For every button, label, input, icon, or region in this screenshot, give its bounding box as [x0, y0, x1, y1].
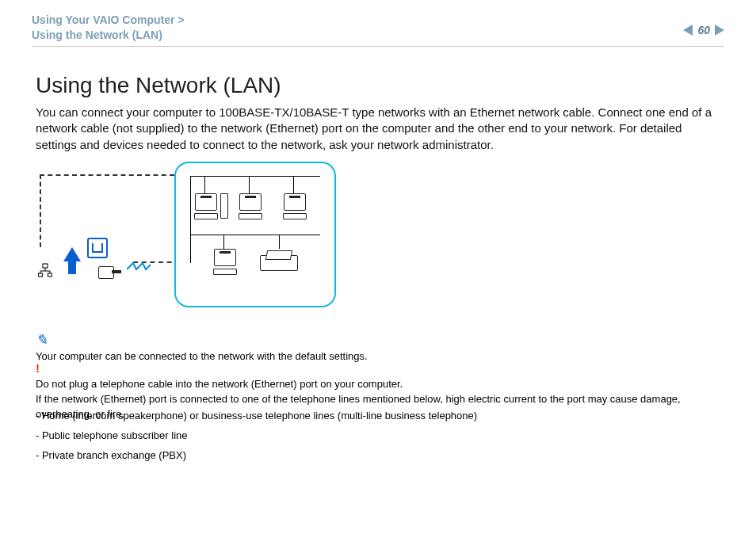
ethernet-port-icon — [87, 238, 108, 258]
lan-box — [174, 162, 336, 307]
list-item: - Public telephone subscriber line — [36, 429, 720, 444]
warning-line-1: Do not plug a telephone cable into the n… — [36, 378, 403, 390]
svg-rect-6 — [48, 273, 52, 277]
page-number: 60 — [697, 24, 710, 36]
svg-rect-0 — [43, 264, 48, 268]
rj45-plug-icon — [98, 266, 114, 279]
warning-icon: ! — [36, 361, 40, 375]
list-item: - Home (intercom speakerphone) or busine… — [36, 409, 720, 424]
list-item: - Private branch exchange (PBX) — [36, 448, 720, 463]
pencil-note-icon: ✎ — [36, 330, 48, 350]
computer-icon — [235, 193, 266, 225]
tower-icon — [220, 193, 228, 219]
network-small-icon — [38, 263, 52, 280]
breadcrumb-current: Using the Network (LAN) — [32, 29, 162, 41]
computer-icon — [190, 193, 222, 225]
svg-rect-5 — [39, 273, 43, 277]
page-header: Using Your VAIO Computer > Using the Net… — [32, 13, 724, 43]
page-nav: 60 — [683, 13, 724, 36]
section-title: Using the Network (LAN) — [36, 73, 281, 98]
prev-page-icon[interactable] — [683, 25, 693, 36]
intro-paragraph: You can connect your computer to 100BASE… — [36, 105, 720, 153]
arrow-stem — [68, 260, 76, 274]
printer-icon — [260, 250, 296, 271]
breadcrumb-parent[interactable]: Using Your VAIO Computer — [32, 13, 174, 26]
warning-list: - Home (intercom speakerphone) or busine… — [36, 404, 720, 468]
cable-icon — [127, 261, 147, 269]
computer-icon — [279, 193, 311, 225]
breadcrumb: Using Your VAIO Computer > Using the Net… — [32, 13, 185, 43]
header-rule — [32, 46, 724, 47]
breadcrumb-separator: > — [178, 13, 184, 26]
next-page-icon[interactable] — [715, 25, 724, 36]
network-diagram — [40, 162, 357, 320]
computer-icon — [209, 249, 241, 280]
